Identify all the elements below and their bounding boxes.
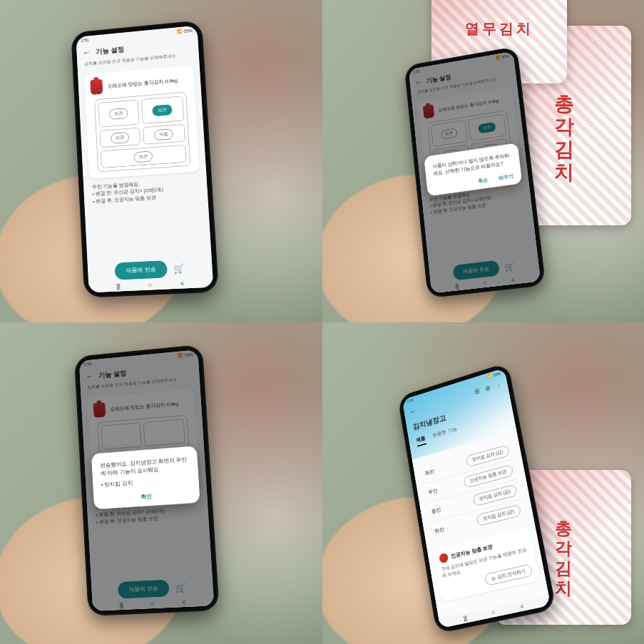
page-title: 기능 설정 [98,369,127,380]
page-title: 기능 설정 [426,73,451,85]
kimchi-jar-icon [93,402,106,418]
status-bar: 1:52 📶 55% [79,349,198,369]
nav-back-icon[interactable]: < [511,276,515,283]
send-to-product-button[interactable]: 제품에 전송 [115,260,168,280]
compartment-label: 우칸 [427,486,438,496]
result-dialog: 전송됐어요. 김치냉장고 화면의 우칸에 아래 기능이 표시돼요. • 맛지킴 … [91,446,200,509]
cart-icon[interactable]: 🛒 [173,262,185,273]
fridge-layout: 보관 보관 보관 익힘 보관 [94,92,190,173]
dialog-message-line2: • 맛지킴 김치 [101,475,190,489]
compartment-label: 하칸 [434,526,445,536]
nav-home-icon[interactable]: ○ [148,281,152,289]
back-icon[interactable]: ← [86,371,94,381]
confirm-dialog: 식품이 상하거나 얼지 않도록 주의하세요. 선택한 기능으로 바꿀까요? 취소… [424,143,522,196]
compartment-top-left[interactable]: 보관 [98,99,140,127]
dialog-confirm-button[interactable]: 바꾸기 [498,173,513,182]
nav-back-icon[interactable]: < [181,598,185,606]
product-name: 오래오래 맛있는 총각김치 0.9kg [437,97,499,113]
photo-panel-2: 총각김치 열무김치 1:52 📶 55% ← 기능 설정 김치를 보관할 칸과 … [322,0,645,322]
compartment-mid-right[interactable]: 익힘 [143,124,185,145]
send-to-product-button[interactable]: 제품에 전송 [452,260,499,280]
nav-home-icon[interactable]: ○ [482,279,486,286]
photo-panel-1: 1:51 📶 55% ← 기능 설정 김치를 보관할 칸과 적용할 기능을 선택… [0,0,322,322]
status-time: 1:52 [83,362,92,367]
android-nav-bar: ||| ○ < [92,596,214,611]
screen-1: 1:51 📶 55% ← 기능 설정 김치를 보관할 칸과 적용할 기능을 선택… [76,25,214,292]
nav-back-icon[interactable]: < [519,603,524,610]
screen-3: 1:52 📶 55% ← 기능 설정 김치를 보관할 칸과 적용할 기능을 선택… [79,349,215,611]
status-time: 1:52 [413,69,420,75]
kimchi-jar-icon [91,79,103,95]
phone-frame: 1:52 📶 55% ← 기능 설정 김치를 보관할 칸과 적용할 기능을 선택… [74,344,220,616]
app-bar: ← 기능 설정 [409,58,516,91]
cart-icon[interactable]: 🛒 [175,582,186,593]
back-icon[interactable]: ← [409,407,417,417]
nav-recents-icon[interactable]: ||| [455,282,459,290]
app-bar: ← 기능 설정 [79,358,199,386]
photo-panel-4: 총각김치 1:53 📶 55% ← ⦿ ⚙ ⋮ [322,322,645,645]
fridge-card: 오래오래 맛있는 총각김치 0.9kg 보관 보관 보관 익힘 보관 [84,65,200,179]
back-icon[interactable]: ← [83,47,91,58]
back-icon[interactable]: ← [414,77,422,87]
cart-icon[interactable]: 🛒 [504,261,514,271]
tab-product[interactable]: 제품 [416,435,426,447]
dialog-ok-button[interactable]: 확인 [140,493,152,502]
nav-recents-icon[interactable]: ||| [116,282,120,290]
status-icons: 📶 55% [178,352,193,359]
compartment-label: 중칸 [431,506,441,516]
kimchi-jar-icon [439,553,449,564]
send-to-product-button[interactable]: 제품에 전송 [118,580,169,599]
compartment-mid-left[interactable]: 보관 [99,127,140,148]
page-title: 기능 설정 [96,44,125,56]
page-subtitle: 김치를 보관할 칸과 적용할 기능을 선택해주세요. [80,374,200,395]
status-time: 1:51 [81,38,89,44]
screen-2: 1:52 📶 55% ← 기능 설정 김치를 보관할 칸과 적용할 기능을 선택… [409,51,541,294]
status-icons: 📶 55% [177,28,193,34]
android-nav-bar: ||| ○ < [431,272,541,293]
kimchi-jar-icon [423,104,434,118]
nav-recents-icon[interactable]: ||| [119,601,123,609]
product-name: 오래오래 맛있는 총각김치 0.9kg [110,400,179,413]
nav-recents-icon[interactable]: ||| [463,615,467,623]
nav-back-icon[interactable]: < [180,279,185,287]
nav-home-icon[interactable]: ○ [150,600,154,608]
dialog-message-line1: 전송됐어요. 김치냉장고 화면의 우칸에 아래 기능이 표시돼요. [100,455,189,477]
power-icon[interactable]: ⦿ [474,387,481,396]
settings-icon[interactable]: ⚙ [484,384,491,393]
compartment-top-right[interactable]: 보관 [141,96,184,124]
nav-home-icon[interactable]: ○ [491,608,496,616]
compartment-label: 좌칸 [424,468,435,478]
page-subtitle: 김치를 보관할 칸과 적용할 기능을 선택해주세요. [411,73,517,99]
phone-frame: 1:51 📶 55% ← 기능 설정 김치를 보관할 칸과 적용할 기능을 선택… [71,20,220,298]
compartment-bottom[interactable]: 보관 [101,145,187,168]
status-icons: 📶 55% [495,53,509,60]
photo-panel-3: 1:52 📶 55% ← 기능 설정 김치를 보관할 칸과 적용할 기능을 선택… [0,322,322,645]
dialog-message: 식품이 상하거나 얼지 않도록 주의하세요. 선택한 기능으로 바꿀까요? [431,151,512,177]
change-info: 우칸 기능을 변경해요. • 변경 전: 유산균 김치+ (2/3단계) • 변… [92,177,199,205]
more-icon[interactable]: ⋮ [495,381,502,389]
product-name: 오래오래 맛있는 총각김치 0.9kg [108,76,178,89]
dialog-cancel-button[interactable]: 취소 [478,176,489,185]
